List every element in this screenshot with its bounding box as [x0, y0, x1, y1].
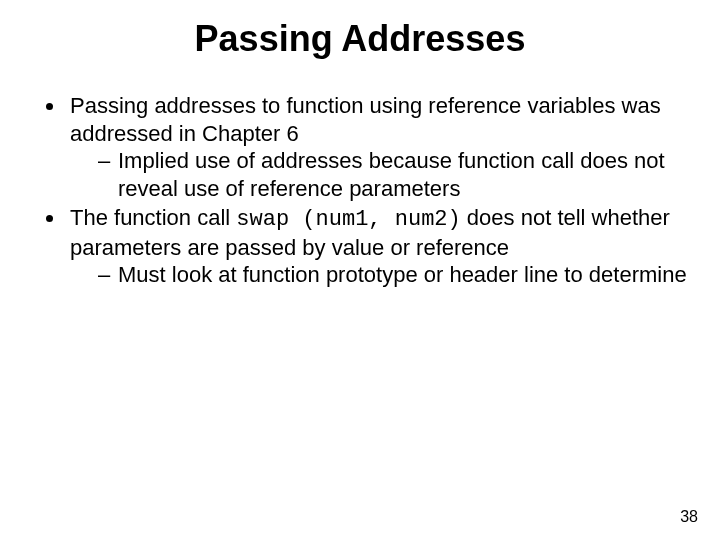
slide: Passing Addresses Passing addresses to f… — [0, 0, 720, 540]
bullet-1-sub-1: Implied use of addresses because functio… — [98, 147, 690, 202]
bullet-2: The function call swap (num1, num2) does… — [66, 204, 690, 289]
slide-title: Passing Addresses — [0, 0, 720, 68]
page-number: 38 — [680, 508, 698, 526]
bullet-2-sublist: Must look at function prototype or heade… — [70, 261, 690, 289]
bullet-2-sub-1-text: Must look at function prototype or heade… — [118, 262, 687, 287]
bullet-1: Passing addresses to function using refe… — [66, 92, 690, 202]
bullet-list: Passing addresses to function using refe… — [30, 92, 690, 289]
bullet-2-sub-1: Must look at function prototype or heade… — [98, 261, 690, 289]
bullet-2-code: swap (num1, num2) — [236, 207, 460, 232]
bullet-2-pre: The function call — [70, 205, 236, 230]
bullet-1-sub-1-text: Implied use of addresses because functio… — [118, 148, 665, 201]
slide-body: Passing addresses to function using refe… — [0, 68, 720, 289]
bullet-1-text: Passing addresses to function using refe… — [70, 93, 661, 146]
bullet-1-sublist: Implied use of addresses because functio… — [70, 147, 690, 202]
